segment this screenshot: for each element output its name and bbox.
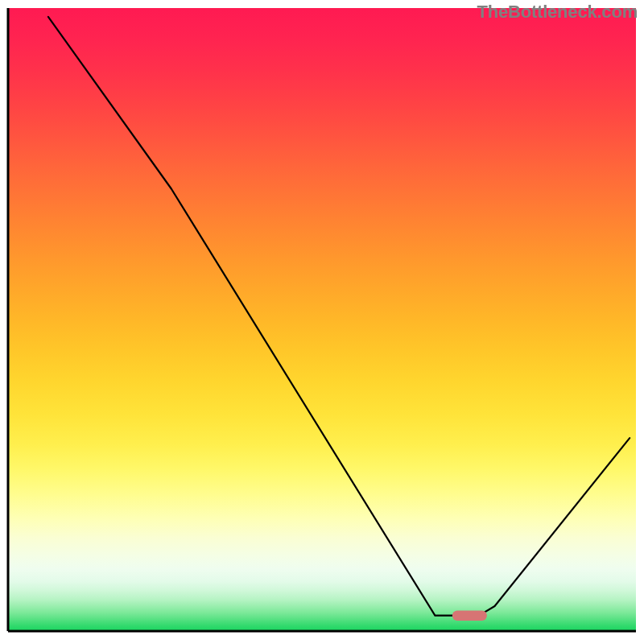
gradient-background: [8, 8, 636, 631]
chart-container: TheBottleneck.com: [0, 0, 644, 644]
watermark: TheBottleneck.com: [477, 2, 638, 23]
optimal-marker: [452, 611, 487, 621]
bottleneck-chart: [0, 0, 644, 644]
